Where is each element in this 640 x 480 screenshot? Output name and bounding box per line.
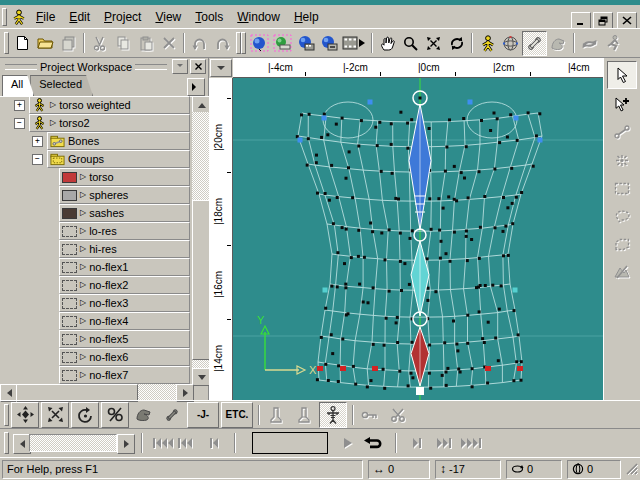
fit-button[interactable]	[422, 32, 445, 55]
tree-item-spheres[interactable]: ▷spheres	[0, 186, 192, 204]
menu-help[interactable]: Help	[287, 8, 326, 26]
hide-tool[interactable]	[608, 259, 636, 285]
menubar-grip[interactable]	[2, 8, 7, 26]
view-dropdown-button[interactable]	[210, 59, 232, 77]
cut-keys-icon[interactable]	[385, 403, 411, 427]
tree-row-bar[interactable]: ▷no-flex2	[59, 276, 190, 294]
minimize-button[interactable]	[571, 12, 591, 29]
panel-close-button[interactable]	[190, 59, 206, 74]
panel-shade-button[interactable]	[172, 59, 188, 74]
rotate-tool-button[interactable]	[71, 402, 99, 428]
frame-scrollbar[interactable]	[13, 434, 133, 452]
objects-library-button[interactable]	[248, 32, 271, 55]
tree-item-sashes[interactable]: ▷sashes	[0, 204, 192, 222]
poly-lasso-tool[interactable]	[608, 231, 636, 257]
turn-view-button[interactable]	[578, 32, 601, 55]
prev-frame-button[interactable]	[203, 432, 226, 455]
paste-button[interactable]	[134, 32, 157, 55]
go-end-button[interactable]	[459, 432, 482, 455]
scroll-right-button[interactable]	[117, 434, 135, 454]
delete-button[interactable]	[157, 32, 180, 55]
menu-view[interactable]: View	[148, 8, 188, 26]
tree-row-bar[interactable]: ▷no-flex7	[59, 366, 190, 384]
tree-row-bar[interactable]: Bones	[47, 132, 190, 150]
next-keyframe-button[interactable]	[432, 432, 455, 455]
joint-button[interactable]: -J-	[187, 402, 219, 428]
resize-grip[interactable]	[626, 463, 638, 475]
tree-row-bar[interactable]: ▷no-flex6	[59, 348, 190, 366]
tree-item-Bones[interactable]: +Bones	[0, 132, 192, 150]
model-mode-button[interactable]	[476, 32, 499, 55]
toolbar-grip[interactable]	[4, 32, 9, 54]
bones-mode-button[interactable]	[522, 31, 547, 56]
tree-item-no-flex4[interactable]: ▷no-flex4	[0, 312, 192, 330]
restore-button[interactable]	[593, 12, 613, 29]
skeleton-view-button[interactable]	[601, 32, 624, 55]
tree-item-no-flex6[interactable]: ▷no-flex6	[0, 348, 192, 366]
wire-sphere-button[interactable]	[499, 32, 522, 55]
tree-row-bar[interactable]: ▷sashes	[59, 204, 190, 222]
tree-row-bar[interactable]: ▷spheres	[59, 186, 190, 204]
tab-scroll-right-button[interactable]	[187, 78, 205, 96]
filmstrip-button[interactable]	[340, 32, 368, 55]
tree-horizontal-scrollbar[interactable]	[0, 384, 192, 400]
redo-button[interactable]	[211, 32, 234, 55]
bone-tool[interactable]	[608, 119, 636, 145]
copy-button[interactable]	[111, 32, 134, 55]
leg-setup-icon-a[interactable]	[263, 403, 289, 427]
prev-keyframe-button[interactable]	[174, 432, 197, 455]
undo-button[interactable]	[188, 32, 211, 55]
tree-item-torso2[interactable]: −▷torso2	[0, 114, 192, 132]
expand-toggle[interactable]: −	[14, 118, 25, 129]
tree-vertical-scrollbar[interactable]	[192, 96, 209, 384]
tree-row-bar[interactable]: ▷torso	[59, 168, 190, 186]
tree-item-no-flex2[interactable]: ▷no-flex2	[0, 276, 192, 294]
next-frame-button[interactable]	[405, 432, 428, 455]
tree-row-bar[interactable]: ▷no-flex4	[59, 312, 190, 330]
tree-item-lo-res[interactable]: ▷lo-res	[0, 222, 192, 240]
images-library-button[interactable]	[271, 32, 294, 55]
tree-item-no-flex5[interactable]: ▷no-flex5	[0, 330, 192, 348]
actions-library-button[interactable]	[294, 32, 317, 55]
tree-item-no-flex1[interactable]: ▷no-flex1	[0, 258, 192, 276]
tree-item-Groups[interactable]: −Groups	[0, 150, 192, 168]
lasso-tool[interactable]	[608, 203, 636, 229]
select-add-tool[interactable]	[608, 91, 636, 117]
tree-row-bar[interactable]: ▷no-flex3	[59, 294, 190, 312]
refresh-button[interactable]	[445, 32, 468, 55]
expand-toggle[interactable]: −	[32, 154, 43, 165]
move-tool-button[interactable]	[11, 402, 39, 428]
scrollbar-track[interactable]	[29, 434, 117, 452]
tree-row-bar[interactable]: ▷torso weighted	[29, 96, 190, 114]
tree-row-bar[interactable]: ▷no-flex5	[59, 330, 190, 348]
muscle-mode-icon[interactable]	[131, 403, 157, 427]
toolbar-grip[interactable]	[4, 404, 9, 426]
pan-button[interactable]	[376, 32, 399, 55]
open-button[interactable]	[34, 32, 57, 55]
panel-header[interactable]: Project Workspace	[0, 58, 208, 75]
tree-item-hi-res[interactable]: ▷hi-res	[0, 240, 192, 258]
tree-item-no-flex7[interactable]: ▷no-flex7	[0, 366, 192, 384]
go-start-button[interactable]	[151, 432, 174, 455]
menu-project[interactable]: Project	[97, 8, 148, 26]
tree-row-bar[interactable]: ▷no-flex1	[59, 258, 190, 276]
play-button[interactable]	[336, 432, 359, 455]
tab-all[interactable]: All	[2, 75, 34, 96]
new-button[interactable]	[11, 32, 34, 55]
leg-setup-icon-b[interactable]	[291, 403, 317, 427]
menu-edit[interactable]: Edit	[62, 8, 97, 26]
skeleton-toggle-button[interactable]	[319, 402, 347, 428]
zoom-button[interactable]	[399, 32, 422, 55]
expand-toggle[interactable]: +	[32, 136, 43, 147]
constraint-tool-button[interactable]	[101, 402, 129, 428]
frame-display[interactable]	[252, 432, 328, 454]
break-tool[interactable]	[608, 147, 636, 173]
etc-button[interactable]: ETC.	[221, 402, 253, 428]
tree-row-bar[interactable]: Groups	[47, 150, 190, 168]
tree-item-torso-weighted[interactable]: +▷torso weighted	[0, 96, 192, 114]
close-button[interactable]	[617, 12, 637, 29]
tree-row-bar[interactable]: ▷lo-res	[59, 222, 190, 240]
tree-row-bar[interactable]: ▷hi-res	[59, 240, 190, 258]
tree-item-no-flex3[interactable]: ▷no-flex3	[0, 294, 192, 312]
menu-tools[interactable]: Tools	[188, 8, 230, 26]
